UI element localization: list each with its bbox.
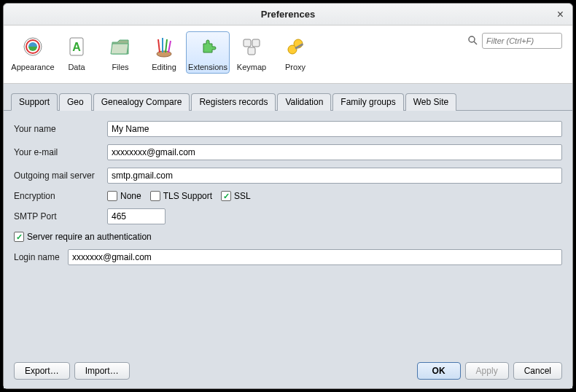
proxy-icon	[284, 35, 307, 58]
footer: Export… Import… OK Apply Cancel	[4, 355, 572, 388]
editing-icon	[152, 35, 176, 58]
encryption-ssl-checkbox[interactable]: ✓	[221, 191, 231, 201]
toolbar-item-keymap[interactable]: Keymap	[230, 31, 273, 74]
encryption-none-label: None	[120, 191, 141, 201]
toolbar-item-files[interactable]: Files	[98, 31, 142, 74]
keymap-icon	[240, 35, 263, 58]
mail-server-input[interactable]	[107, 168, 562, 184]
preferences-window: Preferences × Appearance A Data Files E	[3, 3, 573, 389]
toolbar-item-editing[interactable]: Editing	[142, 31, 186, 74]
toolbar-item-extensions[interactable]: Extensions	[186, 31, 230, 74]
encryption-none-checkbox[interactable]	[107, 191, 117, 201]
import-button[interactable]: Import…	[74, 362, 130, 380]
auth-label: Server require an authentication	[27, 232, 152, 242]
svg-rect-10	[252, 39, 260, 47]
your-name-input[interactable]	[107, 121, 562, 137]
svg-line-5	[158, 39, 160, 52]
tabs: Support Geo Genealogy Compare Registers …	[4, 84, 572, 111]
toolbar-label: Appearance	[11, 63, 54, 71]
export-button[interactable]: Export…	[14, 362, 70, 380]
encryption-label: Encryption	[14, 191, 107, 201]
mail-server-label: Outgoing mail server	[14, 170, 107, 181]
toolbar-label: Editing	[152, 63, 176, 71]
data-icon: A	[65, 35, 88, 58]
toolbar-item-data[interactable]: A Data	[55, 31, 98, 74]
your-email-input[interactable]	[107, 144, 562, 160]
support-form: Your name Your e-mail Outgoing mail serv…	[4, 111, 572, 355]
encryption-tls-label: TLS Support	[163, 191, 212, 201]
extensions-icon	[196, 35, 219, 58]
titlebar: Preferences ×	[4, 4, 572, 26]
files-icon	[109, 35, 132, 58]
apply-button[interactable]: Apply	[465, 362, 509, 380]
toolbar-label: Files	[112, 63, 128, 71]
tab-genealogy-compare[interactable]: Genealogy Compare	[93, 93, 190, 111]
close-icon[interactable]: ×	[557, 8, 564, 21]
svg-point-15	[469, 36, 475, 42]
login-name-input[interactable]	[68, 249, 562, 265]
tab-support[interactable]: Support	[11, 93, 58, 111]
smtp-port-label: SMTP Port	[14, 211, 107, 222]
toolbar-label: Keymap	[237, 63, 266, 71]
toolbar-label: Data	[68, 63, 85, 71]
search-icon	[467, 35, 478, 47]
ok-button[interactable]: OK	[417, 362, 461, 380]
tab-geo[interactable]: Geo	[59, 93, 92, 111]
svg-rect-9	[244, 39, 251, 47]
window-title: Preferences	[261, 9, 315, 20]
tab-registers-records[interactable]: Registers records	[191, 93, 276, 111]
tab-family-groups[interactable]: Family groups	[332, 93, 403, 111]
tab-web-site[interactable]: Web Site	[405, 93, 456, 111]
appearance-icon	[21, 35, 44, 58]
toolbar: Appearance A Data Files Editing Extensio…	[4, 26, 572, 84]
encryption-tls-checkbox[interactable]	[150, 191, 160, 201]
svg-line-8	[168, 41, 171, 52]
encryption-ssl-label: SSL	[234, 191, 251, 201]
your-email-label: Your e-mail	[14, 147, 107, 157]
toolbar-label: Extensions	[188, 63, 227, 71]
toolbar-label: Proxy	[285, 63, 305, 71]
tab-validation[interactable]: Validation	[277, 93, 331, 111]
content-area: Support Geo Genealogy Compare Registers …	[4, 84, 572, 388]
cancel-button[interactable]: Cancel	[513, 362, 562, 380]
smtp-port-input[interactable]	[107, 208, 166, 224]
toolbar-item-appearance[interactable]: Appearance	[11, 31, 55, 74]
login-name-label: Login name	[14, 252, 68, 262]
svg-rect-11	[248, 47, 255, 55]
svg-text:A: A	[72, 41, 81, 53]
svg-line-16	[474, 42, 477, 44]
toolbar-item-proxy[interactable]: Proxy	[273, 31, 317, 74]
svg-line-7	[166, 39, 167, 52]
filter-input[interactable]	[482, 33, 562, 49]
your-name-label: Your name	[14, 124, 107, 134]
filter-box	[467, 33, 562, 49]
auth-checkbox[interactable]: ✓	[14, 232, 24, 242]
